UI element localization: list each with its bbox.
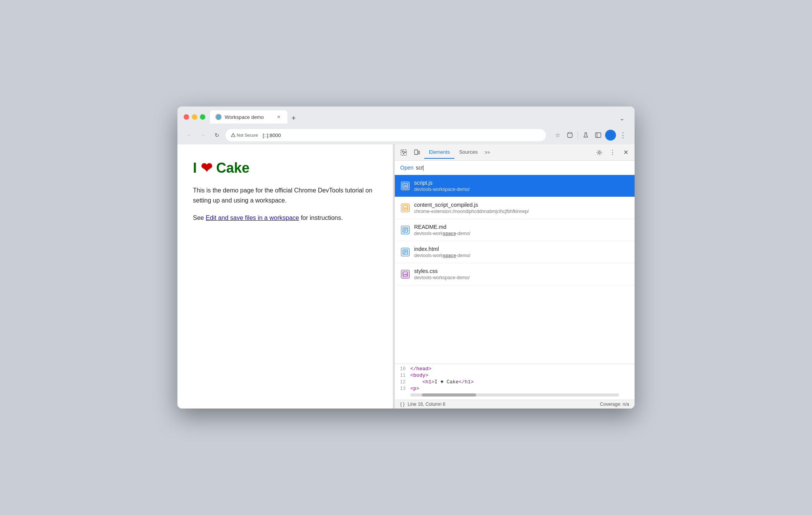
file-path-script-js: devtools-workspace-demo/ <box>414 187 470 192</box>
devtools-panel: Elements Sources >> ⋮ ✕ Open sc <box>394 144 635 409</box>
svg-text:CSS: CSS <box>403 273 408 276</box>
page-link-line: See Edit and save files in a workspace f… <box>193 213 377 223</box>
code-area: 10 </head> 11 <body> 12 <h1>I ♥ Cake</h1… <box>395 364 635 400</box>
scrollbar-thumb[interactable] <box>422 393 476 397</box>
svg-text:JS: JS <box>404 207 406 209</box>
extensions-button[interactable] <box>564 130 575 141</box>
path-highlight-readme: space <box>443 231 456 236</box>
svg-text:!: ! <box>233 134 234 137</box>
reload-button[interactable]: ↻ <box>212 130 222 141</box>
file-path-styles-css: devtools-workspace-demo/ <box>414 275 470 280</box>
code-line-12: 12 <h1>I ♥ Cake</h1> <box>395 379 635 385</box>
toolbar-divider <box>578 131 578 139</box>
more-tabs-button[interactable]: >> <box>482 147 492 158</box>
coverage-status: Coverage: n/a <box>600 402 629 407</box>
tab-dropdown-button[interactable]: ⌄ <box>616 113 628 124</box>
file-item-readme[interactable]: README.md devtools-workspace-demo/ <box>395 219 635 241</box>
svg-text:JS: JS <box>404 185 407 187</box>
devtools-settings-button[interactable] <box>594 147 605 158</box>
flask-icon <box>583 132 589 138</box>
svg-rect-7 <box>418 151 420 154</box>
svg-point-8 <box>599 151 600 153</box>
close-button[interactable] <box>184 114 189 120</box>
settings-icon <box>596 149 602 156</box>
back-button[interactable]: ← <box>184 130 194 141</box>
devtools-statusbar: { } Line 16, Column 6 Coverage: n/a <box>395 400 635 409</box>
open-file-bar: Open scr <box>395 161 635 175</box>
tab-favicon: 🌐 <box>215 114 222 120</box>
css-file-icon: CSS <box>401 270 409 278</box>
forward-button[interactable]: → <box>198 130 208 141</box>
file-info-styles-css: styles.css devtools-workspace-demo/ <box>414 268 470 280</box>
code-horizontal-scrollbar[interactable] <box>410 393 619 397</box>
file-item-styles-css[interactable]: CSS styles.css devtools-workspace-demo/ <box>395 263 635 285</box>
svg-rect-3 <box>595 133 601 137</box>
devtools-close-button[interactable]: ✕ <box>620 147 631 158</box>
title-bar-top: 🌐 Workspace demo ✕ + ⌄ <box>184 110 628 124</box>
line-number-13: 13 <box>395 386 410 391</box>
tabs-row: 🌐 Workspace demo ✕ + ⌄ <box>210 110 628 124</box>
file-name-script-js: script.js <box>414 180 470 186</box>
file-item-content-script[interactable]: JS content_script_compiled.js chrome-ext… <box>395 197 635 219</box>
heart-emoji: ❤ <box>201 160 212 176</box>
file-name-styles-css: styles.css <box>414 268 470 274</box>
sidebar-icon <box>595 132 601 138</box>
file-name-readme: README.md <box>414 224 470 230</box>
page-heading: I ❤ Cake <box>193 160 377 176</box>
inspect-element-button[interactable] <box>398 147 409 158</box>
tab-elements[interactable]: Elements <box>424 146 454 159</box>
address-input[interactable]: ! Not Secure [::]:8000 <box>225 129 546 141</box>
webpage-content: I ❤ Cake This is the demo page for the o… <box>177 144 393 409</box>
line-number-11: 11 <box>395 373 410 378</box>
heading-suffix: Cake <box>216 160 249 176</box>
code-content-10: </head> <box>410 366 432 372</box>
puzzle-icon <box>567 132 573 138</box>
code-line-10: 10 </head> <box>395 366 635 372</box>
page-body-text: This is the demo page for the official C… <box>193 185 377 205</box>
title-bar: 🌐 Workspace demo ✕ + ⌄ <box>177 106 635 127</box>
line-number-10: 10 <box>395 366 410 372</box>
js-icon: JS <box>403 183 408 189</box>
doc-file-icon <box>401 226 409 234</box>
labs-button[interactable] <box>580 130 591 141</box>
body-text: This is the demo page for the official C… <box>193 187 372 204</box>
css-icon: CSS <box>403 271 408 277</box>
device-toolbar-button[interactable] <box>411 147 423 158</box>
inspect-icon <box>401 149 407 156</box>
browser-window: 🌐 Workspace demo ✕ + ⌄ ← → ↻ ! Not Secur… <box>177 106 635 409</box>
file-item-script-js[interactable]: JS script.js devtools-workspace-demo/ <box>395 175 635 197</box>
browser-tab[interactable]: 🌐 Workspace demo ✕ <box>210 110 287 124</box>
sidebar-button[interactable] <box>593 130 604 141</box>
profile-button[interactable]: 👤 <box>605 130 616 141</box>
minimize-button[interactable] <box>192 114 197 120</box>
search-query: scr <box>416 165 629 171</box>
format-button[interactable]: { } Line 16, Column 6 <box>400 402 446 407</box>
file-item-index-html[interactable]: index.html devtools-workspace-demo/ <box>395 241 635 263</box>
tab-sources[interactable]: Sources <box>454 146 482 159</box>
heading-prefix: I <box>193 160 197 176</box>
code-line-11: 11 <body> <box>395 372 635 379</box>
menu-button[interactable]: ⋮ <box>618 130 628 141</box>
status-position: Line 16, Column 6 <box>408 402 445 407</box>
address-bar: ← → ↻ ! Not Secure [::]:8000 ☆ <box>177 127 635 144</box>
devtools-tabs: Elements Sources >> <box>424 146 508 159</box>
body-suffix: for instructions. <box>299 215 343 221</box>
doc-icon <box>403 227 408 233</box>
new-tab-button[interactable]: + <box>287 113 300 124</box>
file-info-index-html: index.html devtools-workspace-demo/ <box>414 246 470 258</box>
maximize-button[interactable] <box>200 114 205 120</box>
file-path-index-html: devtools-workspace-demo/ <box>414 253 470 258</box>
bookmark-button[interactable]: ☆ <box>552 130 563 141</box>
traffic-lights <box>184 114 205 120</box>
file-info-script-js: script.js devtools-workspace-demo/ <box>414 180 470 192</box>
doc-file-icon-2 <box>401 248 409 256</box>
svg-rect-2 <box>569 132 571 134</box>
text-cursor <box>423 165 424 171</box>
instructions-link[interactable]: Edit and save files in a workspace <box>206 215 299 221</box>
devtools-more-button[interactable]: ⋮ <box>607 147 618 158</box>
js-file-icon: JS <box>401 182 409 190</box>
devtools-toolbar: Elements Sources >> ⋮ ✕ <box>395 144 635 161</box>
tab-close-button[interactable]: ✕ <box>275 113 282 120</box>
file-name-content-script: content_script_compiled.js <box>414 202 529 208</box>
code-line-13: 13 <p> <box>395 385 635 392</box>
